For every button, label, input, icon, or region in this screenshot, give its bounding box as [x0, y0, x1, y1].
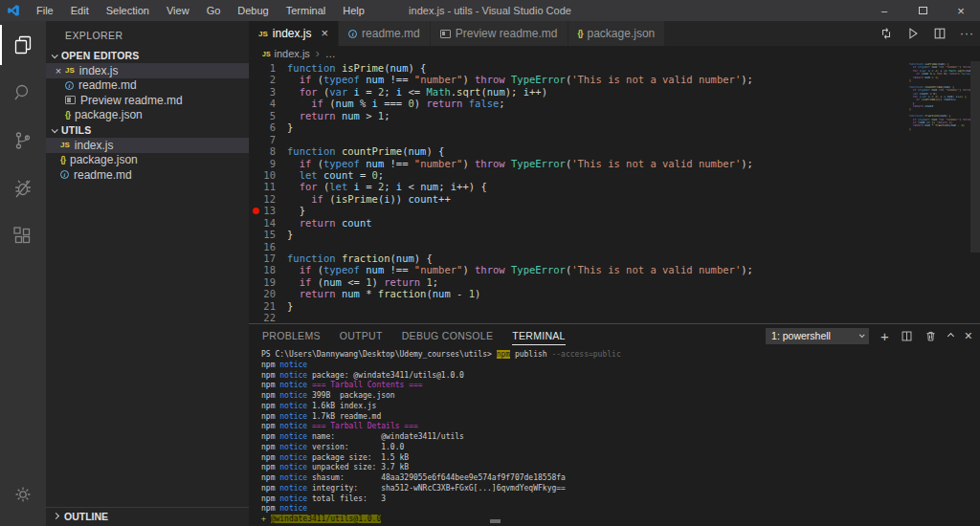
sidebar-item-readme-md[interactable]: ireadme.md [46, 78, 249, 94]
maximize-panel-icon[interactable] [948, 334, 953, 339]
sidebar-item-package-json[interactable]: {}package.json [46, 108, 249, 123]
code-token: TypeError [511, 264, 566, 275]
code-line: 1function isPrime(num) { [249, 62, 905, 74]
maximize-icon[interactable] [903, 0, 942, 21]
outline-label: OUTLINE [64, 511, 108, 522]
utils-section-header[interactable]: UTILS [46, 122, 249, 138]
new-terminal-icon[interactable]: + [880, 328, 889, 344]
code-token: function [287, 145, 336, 157]
sidebar-item-index-js[interactable]: ×JSindex.js [46, 63, 249, 78]
code-line: 2 if (typeof num !== "number") throw Typ… [249, 74, 905, 85]
minimize-icon[interactable]: – [865, 0, 903, 21]
menu-file[interactable]: File [28, 0, 62, 21]
panel-tab-output[interactable]: OUTPUT [340, 326, 383, 345]
tab-package-json[interactable]: {}package.json [568, 21, 666, 46]
code-token: throw [475, 264, 505, 275]
open-changes-icon[interactable] [880, 27, 893, 40]
split-terminal-icon[interactable] [901, 330, 913, 342]
extensions-icon[interactable] [0, 212, 46, 260]
tab-label: Preview readme.md [456, 27, 558, 40]
code-line: 3 for (var i = 2; i <= Math.sqrt(num); i… [249, 86, 905, 98]
code-token: ) [462, 158, 475, 169]
code-token: ( [318, 86, 330, 98]
terminal-token: npm [261, 361, 279, 369]
menu-terminal[interactable]: Terminal [278, 0, 335, 21]
code-token: num [396, 252, 414, 264]
run-code-icon[interactable] [906, 27, 920, 40]
editor-scrollbar[interactable] [970, 61, 980, 323]
code-token: return [913, 124, 924, 127]
terminal-token: notice [279, 504, 307, 513]
code-token [287, 74, 300, 85]
breadcrumb-symbol[interactable]: … [325, 48, 336, 59]
panel-tab-debug-console[interactable]: DEBUG CONSOLE [402, 326, 494, 345]
menu-edit[interactable]: Edit [62, 0, 98, 21]
source-control-icon[interactable] [0, 117, 46, 164]
sidebar-item-package-json[interactable]: {}package.json [46, 153, 249, 168]
code-token: ) [462, 264, 475, 275]
code-line: 4 if (num % i === 0) return false; [249, 98, 905, 109]
close-window-icon[interactable]: × [942, 0, 980, 21]
terminal-token: package size: 1.5 kB [307, 453, 409, 462]
code-token: if [300, 264, 312, 275]
code-token: ); [505, 86, 523, 98]
sidebar-item-readme-md[interactable]: ireadme.md [46, 167, 249, 183]
terminal-token: + [261, 515, 271, 523]
close-panel-icon[interactable]: × [965, 328, 972, 343]
sidebar-item-index-js[interactable]: JSindex.js [46, 138, 249, 153]
debug-icon[interactable] [0, 164, 46, 212]
terminal-line: npm notice [261, 361, 976, 371]
code-token: ) [372, 276, 385, 288]
json-file-icon: {} [578, 29, 583, 38]
code-token [287, 86, 300, 98]
panel-tab-problems[interactable]: PROBLEMS [262, 326, 321, 345]
menu-selection[interactable]: Selection [98, 0, 158, 21]
split-editor-icon[interactable] [933, 27, 947, 40]
tab-close-icon[interactable]: × [321, 29, 328, 38]
menu-help[interactable]: Help [334, 0, 373, 21]
code-token: } [287, 229, 293, 240]
terminal-line: PS C:\Users\Dannywang\Desktop\Udemy_cour… [261, 350, 976, 361]
code-line: 5 return num > 1; [249, 110, 905, 121]
terminal-shell-select[interactable]: 1: powershell [766, 328, 869, 344]
explorer-icon[interactable] [0, 21, 46, 69]
sidebar-item-preview-readme-md[interactable]: Preview readme.md [46, 93, 249, 108]
minimap[interactable]: function isPrime(num) { if (typeof num !… [909, 63, 970, 323]
panel-tab-terminal[interactable]: TERMINAL [512, 326, 566, 345]
menu-go[interactable]: Go [198, 0, 230, 21]
kill-terminal-icon[interactable] [924, 330, 937, 342]
search-icon[interactable] [0, 69, 46, 117]
terminal-line: npm notice package: @windate3411/utils@1… [261, 371, 976, 382]
code-token: < [402, 181, 420, 192]
outline-section-header[interactable]: OUTLINE [46, 507, 249, 524]
line-number: 10 [249, 169, 276, 181]
terminal-token: notice [279, 422, 307, 430]
more-actions-icon[interactable]: ··· [960, 27, 974, 40]
terminal-line: npm notice total files: 3 [261, 494, 976, 505]
tab-preview-readme-md[interactable]: Preview readme.md [431, 21, 568, 46]
code-token: var [329, 86, 347, 98]
open-editors-section-header[interactable]: OPEN EDITORS [46, 48, 249, 63]
tab-readme-md[interactable]: ireadme.md [339, 21, 431, 46]
code-token: "number" [946, 89, 959, 92]
menu-view[interactable]: View [158, 0, 198, 21]
code-token: throw [475, 158, 505, 169]
line-number: 16 [249, 241, 276, 252]
code-token: function [287, 62, 336, 74]
tab-index-js[interactable]: JSindex.js× [249, 21, 339, 46]
terminal-line: npm notice 399B package.json [261, 391, 976, 402]
code-token: ; [499, 98, 504, 109]
terminal-output[interactable]: PS C:\Users\Dannywang\Desktop\Udemy_cour… [261, 350, 976, 526]
menu-debug[interactable]: Debug [229, 0, 277, 21]
code-editor[interactable]: 1function isPrime(num) {2 if (typeof num… [249, 61, 980, 323]
settings-gear-icon[interactable] [0, 471, 46, 518]
line-number: 3 [249, 86, 276, 98]
breadcrumb-file[interactable]: index.js [275, 48, 310, 59]
code-line: 19 if (num <= 1) return 1; [249, 276, 905, 288]
terminal-hscrollbar[interactable] [490, 519, 501, 523]
close-editor-icon[interactable]: × [52, 65, 65, 77]
breadcrumb[interactable]: JS index.js › … [249, 46, 980, 61]
code-line: 14 return count [249, 217, 905, 229]
code-token: return [300, 217, 336, 229]
line-number: 20 [249, 288, 276, 299]
